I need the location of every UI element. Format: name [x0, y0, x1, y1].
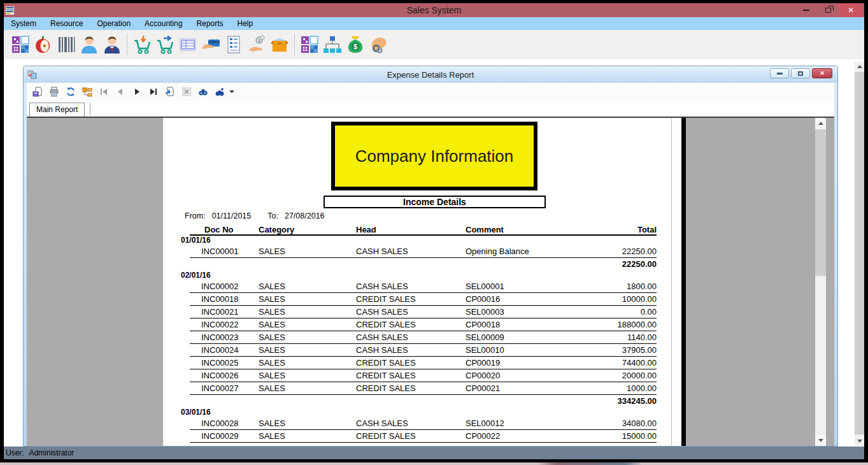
scrollbar-thumb[interactable] — [815, 129, 826, 276]
close-icon[interactable]: ✕ — [839, 3, 863, 17]
menu-item-accounting[interactable]: Accounting — [138, 18, 189, 29]
from-value: 01/11/2015 — [212, 211, 252, 220]
page-shadow — [681, 118, 686, 446]
next-page-icon[interactable] — [129, 84, 145, 99]
minimize-icon[interactable] — [770, 68, 789, 78]
goto-page-icon[interactable] — [162, 84, 178, 99]
page-margin-line — [671, 118, 672, 446]
modules-icon[interactable] — [10, 34, 31, 55]
table-row: INC00018SALESCREDIT SALESCP0001610000.00 — [190, 293, 657, 306]
receipt-icon[interactable] — [223, 34, 245, 55]
table-row: INC00002SALESCASH SALESSEL000011800.00 — [190, 280, 657, 293]
user-value: Administrator — [29, 448, 75, 457]
table-row: INC00022SALESCREDIT SALESCP00018188000.0… — [190, 318, 657, 331]
scroll-down-icon[interactable] — [815, 435, 826, 446]
table-row: INC00026SALESCREDIT SALESCP0002020000.00 — [190, 369, 657, 382]
table-row: INC00029SALESCREDIT SALESCP0002215000.00 — [190, 430, 657, 443]
receive-payment-icon[interactable]: 1 — [246, 34, 267, 55]
from-label: From: — [185, 211, 206, 220]
close-icon[interactable]: ✕ — [812, 68, 832, 78]
group-tree-icon[interactable] — [79, 84, 96, 99]
tab-separator — [90, 103, 90, 115]
group-subtotal: 22250.00 — [190, 258, 657, 271]
scroll-down-icon[interactable] — [855, 436, 864, 446]
previous-page-icon[interactable] — [112, 84, 129, 99]
company-header-box: Company Information — [331, 122, 537, 190]
report-window: Expense Details Report ✕ — [23, 66, 838, 447]
main-toolbar: 1 — [4, 30, 864, 59]
first-page-icon[interactable] — [96, 84, 112, 99]
screen: Sales System ✕ SystemResourceOperationAc… — [0, 0, 868, 465]
table-row: INC00024SALESCASH SALESSEL0001037905.00 — [190, 344, 657, 357]
hand-coins-icon[interactable] — [367, 34, 389, 55]
menu-item-operation[interactable]: Operation — [90, 18, 138, 29]
menu-item-help[interactable]: Help — [230, 18, 260, 29]
viewer-vertical-scrollbar[interactable] — [815, 118, 826, 446]
report-title-text: Income Details — [403, 197, 466, 207]
customer-icon[interactable] — [78, 34, 100, 55]
scrollbar-thumb[interactable] — [855, 72, 864, 434]
main-titlebar: Sales System ✕ — [4, 3, 864, 17]
minimize-icon[interactable] — [795, 3, 817, 17]
restore-icon[interactable] — [817, 3, 839, 17]
group-date: 01/01/16 — [181, 236, 657, 245]
column-header-doc-no: Doc No — [190, 225, 259, 234]
desktop-strip — [0, 462, 868, 465]
form-icon — [27, 70, 37, 79]
company-header-text: Company Information — [355, 147, 514, 166]
report-window-body: Main Report Company Information Income D… — [27, 83, 834, 446]
zoom-icon[interactable] — [211, 84, 228, 99]
money-bag-icon[interactable]: $ — [345, 34, 366, 55]
employee-icon[interactable] — [101, 34, 123, 55]
column-header-category: Category — [259, 225, 356, 234]
mdi-vertical-scrollbar[interactable] — [855, 62, 864, 446]
last-page-icon[interactable] — [145, 84, 162, 99]
close-view-icon[interactable] — [178, 84, 195, 99]
mdi-area: Expense Details Report ✕ — [4, 59, 864, 447]
to-label: To: — [267, 211, 278, 220]
report-preview-area: Company Information Income Details From:… — [27, 117, 834, 446]
menu-bar: SystemResourceOperationAccountingReports… — [4, 17, 864, 30]
menu-item-system[interactable]: System — [4, 18, 43, 29]
zoom-dropdown-caret[interactable] — [229, 90, 234, 93]
table-row: INC00030SALESCREDIT SALESCP0002350000.00 — [190, 443, 657, 446]
report-table-header: Doc NoCategoryHeadCommentTotal — [190, 225, 657, 236]
find-icon[interactable] — [195, 84, 211, 99]
report-page: Company Information Income Details From:… — [163, 118, 681, 446]
table-row: INC00028SALESCASH SALESSEL0001234080.00 — [190, 417, 657, 430]
table-row: INC00001SALESCASH SALESOpening Balance22… — [190, 245, 657, 258]
barcode-icon[interactable] — [55, 34, 77, 55]
user-label: User: — [6, 448, 24, 457]
menu-item-reports[interactable]: Reports — [189, 18, 230, 29]
viewer-toolbar — [27, 83, 834, 101]
table-row: INC00025SALESCREDIT SALESCP0001974400.00 — [190, 357, 657, 369]
report-window-titlebar: Expense Details Report ✕ — [24, 66, 837, 83]
refresh-icon[interactable] — [62, 84, 79, 99]
inventory-box-icon[interactable] — [269, 34, 290, 55]
scroll-up-icon[interactable] — [855, 62, 864, 71]
group-subtotal: 334245.00 — [190, 395, 657, 408]
group-date: 02/01/16 — [181, 271, 657, 280]
invoice-icon[interactable] — [177, 34, 199, 55]
card-payment-icon[interactable] — [200, 34, 222, 55]
apple-icon[interactable] — [32, 34, 54, 55]
column-header-head: Head — [356, 225, 466, 234]
column-header-comment: Comment — [466, 225, 614, 234]
print-icon[interactable] — [46, 84, 62, 99]
purchase-cart-icon[interactable] — [131, 34, 153, 55]
toolbar-separator — [127, 34, 127, 55]
export-icon[interactable] — [29, 84, 46, 99]
window-title: Sales System — [4, 5, 864, 15]
modules-alt-icon[interactable] — [299, 34, 320, 55]
tab-main-report[interactable]: Main Report — [29, 103, 85, 117]
report-title-box: Income Details — [324, 196, 546, 208]
org-chart-icon[interactable] — [322, 34, 343, 55]
status-bar: User: Administrator — [4, 447, 864, 459]
report-window-title: Expense Details Report — [24, 70, 837, 80]
restore-icon[interactable] — [791, 68, 810, 78]
group-date: 03/01/16 — [181, 408, 657, 417]
menu-item-resource[interactable]: Resource — [43, 18, 90, 29]
sales-cart-icon[interactable] — [154, 34, 176, 55]
scroll-up-icon[interactable] — [815, 118, 826, 129]
column-header-total: Total — [614, 225, 657, 234]
